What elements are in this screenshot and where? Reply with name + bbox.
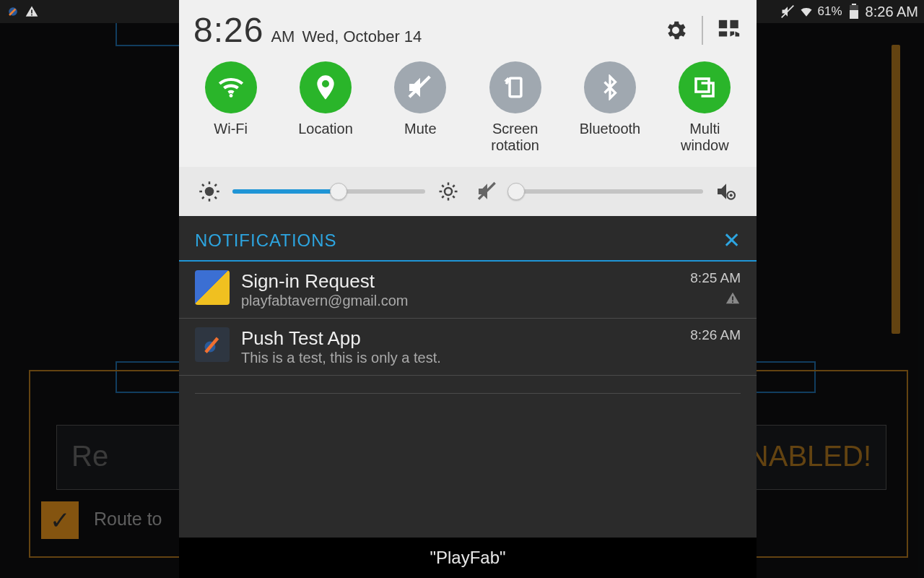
toggle-rotation[interactable]: Screen rotation bbox=[472, 61, 559, 154]
svg-point-10 bbox=[229, 94, 232, 98]
location-icon bbox=[300, 61, 352, 113]
clear-notifications-button[interactable]: ✕ bbox=[723, 228, 741, 253]
toggle-label: Location bbox=[298, 121, 353, 137]
svg-line-22 bbox=[215, 184, 217, 186]
mute-icon bbox=[780, 4, 795, 19]
shade-clock-date: Wed, October 14 bbox=[302, 27, 422, 46]
notification-title: Sign-in Request bbox=[241, 270, 679, 293]
svg-line-20 bbox=[215, 197, 217, 199]
shade-clock-time: 8:26 bbox=[193, 10, 263, 50]
settings-icon[interactable] bbox=[663, 17, 689, 43]
notification-title: Push Test App bbox=[241, 327, 679, 350]
playfab-footer: "PlayFab" bbox=[179, 538, 757, 578]
svg-rect-1 bbox=[31, 10, 32, 14]
notifications-list: Sign-in Request playfabtavern@gmail.com … bbox=[179, 262, 757, 376]
svg-point-26 bbox=[730, 194, 733, 197]
svg-rect-7 bbox=[719, 20, 727, 27]
notification-app-icon bbox=[195, 327, 230, 362]
wifi-icon bbox=[799, 4, 814, 19]
shade-empty-area bbox=[179, 394, 757, 538]
svg-rect-8 bbox=[730, 20, 738, 27]
volume-mute-icon[interactable] bbox=[476, 180, 499, 203]
header-divider bbox=[702, 16, 703, 45]
svg-line-21 bbox=[202, 197, 204, 199]
quick-panel-icon[interactable] bbox=[716, 17, 742, 43]
notification-item[interactable]: Sign-in Request playfabtavern@gmail.com … bbox=[179, 262, 757, 319]
app-running-icon bbox=[6, 4, 20, 19]
warning-icon bbox=[25, 4, 39, 19]
brightness-settings-icon[interactable] bbox=[437, 180, 460, 203]
brightness-slider-group bbox=[198, 180, 460, 203]
volume-settings-icon[interactable] bbox=[715, 180, 738, 203]
svg-rect-9 bbox=[719, 31, 727, 36]
brightness-auto-icon[interactable] bbox=[198, 180, 221, 203]
battery-pct: 61% bbox=[818, 4, 842, 19]
svg-rect-6 bbox=[852, 4, 856, 5]
notifications-header: NOTIFICATIONS ✕ bbox=[179, 216, 757, 262]
volume-slider-group bbox=[476, 180, 738, 203]
shade-header: 8:26 AM Wed, October 14 bbox=[179, 0, 757, 57]
toggle-label: Bluetooth bbox=[580, 121, 641, 137]
slider-row bbox=[179, 167, 757, 216]
rotation-icon bbox=[489, 61, 541, 113]
brightness-slider[interactable] bbox=[232, 189, 425, 194]
svg-point-23 bbox=[445, 188, 452, 195]
notification-item[interactable]: Push Test App This is a test, this is on… bbox=[179, 319, 757, 376]
notification-time: 8:26 AM bbox=[690, 327, 741, 343]
svg-line-19 bbox=[202, 184, 204, 186]
bluetooth-icon bbox=[584, 61, 636, 113]
notifications-title: NOTIFICATIONS bbox=[195, 230, 337, 251]
toggle-location[interactable]: Location bbox=[282, 61, 369, 154]
multiwindow-icon bbox=[679, 61, 731, 113]
svg-rect-12 bbox=[510, 78, 521, 96]
svg-rect-2 bbox=[31, 14, 32, 16]
svg-rect-27 bbox=[732, 296, 733, 301]
notification-shade: 8:26 AM Wed, October 14 Wi-Fi Location bbox=[179, 0, 757, 578]
quick-toggles: Wi-Fi Location Mute Screen rotation Blue… bbox=[179, 57, 757, 167]
toggle-mute[interactable]: Mute bbox=[377, 61, 463, 154]
notification-subtitle: This is a test, this is only a test. bbox=[241, 350, 679, 366]
toggle-label: Multi window bbox=[681, 121, 729, 154]
shade-clock-ampm: AM bbox=[271, 27, 295, 46]
statusbar-clock: 8:26 AM bbox=[866, 4, 918, 20]
notification-time: 8:25 AM bbox=[690, 270, 741, 286]
svg-rect-13 bbox=[696, 79, 709, 92]
battery-icon bbox=[847, 4, 861, 19]
svg-rect-28 bbox=[732, 301, 733, 303]
toggle-multiwindow[interactable]: Multi window bbox=[661, 61, 748, 154]
warning-icon bbox=[725, 290, 741, 306]
mute-icon bbox=[394, 61, 446, 113]
toggle-label: Mute bbox=[404, 121, 436, 137]
volume-slider[interactable] bbox=[510, 189, 703, 194]
playfab-text: "PlayFab" bbox=[430, 548, 505, 567]
notification-app-icon bbox=[195, 270, 230, 305]
svg-point-14 bbox=[205, 187, 214, 197]
toggle-label: Wi-Fi bbox=[214, 121, 248, 137]
svg-rect-5 bbox=[850, 10, 858, 19]
wifi-icon bbox=[205, 61, 257, 113]
toggle-bluetooth[interactable]: Bluetooth bbox=[567, 61, 653, 154]
notification-subtitle: playfabtavern@gmail.com bbox=[241, 293, 679, 309]
toggle-wifi[interactable]: Wi-Fi bbox=[188, 61, 274, 154]
toggle-label: Screen rotation bbox=[491, 121, 539, 154]
